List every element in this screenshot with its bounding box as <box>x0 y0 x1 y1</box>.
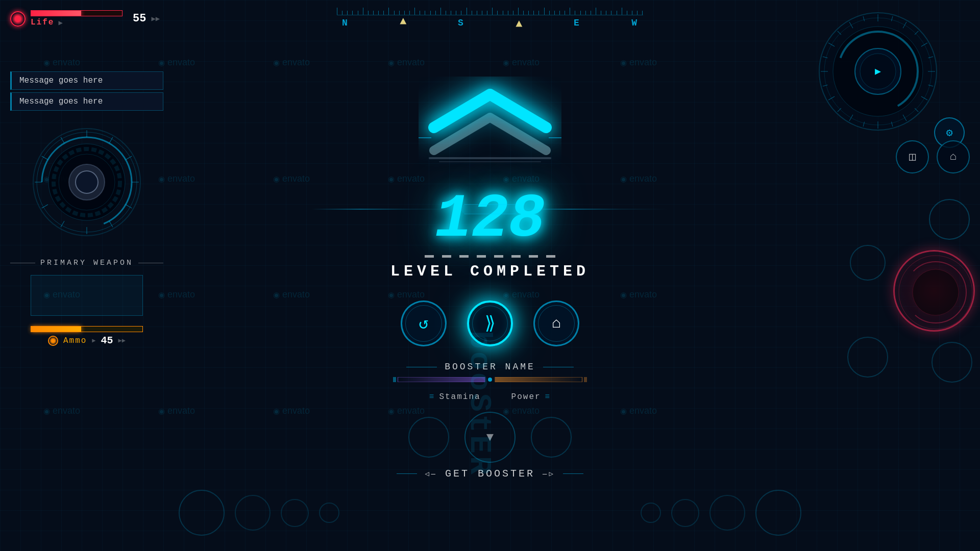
watermark: ◉ envato <box>273 406 310 416</box>
svg-point-57 <box>913 269 959 315</box>
ammo-icon <box>48 336 58 346</box>
top-right-gauge: ▶ <box>817 10 939 133</box>
center-panel: 128 LEVEL COMPLETED ↺ ⟫ ⌂ BOOSTER NAME <box>337 77 643 480</box>
booster-bar <box>393 377 587 382</box>
watermark: ◉ envato <box>503 57 540 68</box>
compass-W: W <box>631 18 638 31</box>
small-ring-1 <box>929 199 970 240</box>
score: 128 <box>435 189 545 250</box>
watermark: ◉ envato <box>43 57 80 68</box>
small-ring-4 <box>932 342 972 383</box>
next-icon: ⟫ <box>484 312 496 335</box>
right-nav-buttons: ◫ ⌂ <box>896 140 970 173</box>
booster-name-text: BOOSTER NAME <box>445 362 535 372</box>
left-panel: Message goes here Message goes here <box>10 71 163 346</box>
compass-ruler <box>337 0 643 15</box>
booster-bar-left <box>398 377 485 382</box>
compass-arrow2: ▲ <box>516 18 522 31</box>
ammo-deco: ▶ <box>92 337 95 344</box>
ammo-bar-track <box>31 326 143 332</box>
bottom-left-rings <box>179 490 339 536</box>
action-buttons: ↺ ⟫ ⌂ <box>401 300 579 346</box>
next-button[interactable]: ⟫ <box>467 300 513 346</box>
booster-arrow-down: ▼ <box>408 412 572 463</box>
home-button[interactable]: ⌂ <box>533 300 579 346</box>
get-booster-right-arrow: —▷ <box>543 469 555 478</box>
watermark: ◉ envato <box>158 289 195 300</box>
stamina-label: Stamina <box>439 392 480 402</box>
retry-button[interactable]: ↺ <box>401 300 447 346</box>
small-ring-2 <box>850 245 886 281</box>
compass-ticks <box>337 5 643 15</box>
life-bar-track <box>31 10 122 16</box>
life-value: 55 <box>133 12 146 25</box>
watermark: ◉ envato <box>620 57 657 68</box>
booster-dot <box>488 378 492 382</box>
life-arrow-deco: ▶ <box>58 18 62 27</box>
level-divider <box>337 255 643 258</box>
stats-row: ≡ Stamina Power ≡ <box>429 392 551 402</box>
messages: Message goes here Message goes here <box>10 71 163 111</box>
compass: N ▲ S ▲ E W <box>337 0 643 31</box>
gauge-svg <box>31 126 143 238</box>
ammo-label: Ammo <box>63 336 87 345</box>
compass-E: E <box>574 18 580 31</box>
chat-button[interactable]: ◫ <box>896 140 929 173</box>
small-ring-3 <box>847 337 888 378</box>
booster-name-label: BOOSTER NAME <box>406 362 574 372</box>
ammo-value: 45 <box>101 335 113 346</box>
retry-icon: ↺ <box>419 313 428 334</box>
get-booster-button[interactable]: ◁— GET BOOSTER —▷ <box>397 468 583 480</box>
power-label: Power <box>511 392 541 402</box>
svg-rect-20 <box>429 157 551 159</box>
stamina-stat: ≡ Stamina <box>429 392 481 402</box>
life-bar: Life ▶ 55 ▶▶ <box>10 10 160 27</box>
bottom-right-rings <box>641 490 801 536</box>
svg-rect-21 <box>439 161 541 162</box>
compass-arrow: ▲ <box>400 15 406 31</box>
watermark: ◉ envato <box>273 173 310 184</box>
chat-icon: ◫ <box>909 150 916 164</box>
chevron-svg <box>419 77 561 179</box>
watermark: ◉ envato <box>158 173 195 184</box>
watermark: ◉ envato <box>43 406 80 416</box>
level-completed: LEVEL COMPLETED <box>390 263 590 280</box>
life-label: Life <box>31 18 54 27</box>
life-bar-fill <box>31 11 81 16</box>
watermark: ◉ envato <box>158 57 195 68</box>
settings-icon: ⚙ <box>946 126 952 140</box>
message-1: Message goes here <box>10 71 163 90</box>
watermark: ◉ envato <box>273 57 310 68</box>
weapon-display <box>31 275 143 316</box>
life-icon <box>10 11 26 27</box>
home-icon: ⌂ <box>552 315 561 332</box>
get-booster-text: GET BOOSTER <box>445 468 535 480</box>
ammo-section: Ammo ▶ 45 ▶▶ <box>10 326 163 346</box>
booster-bar-right <box>495 377 582 382</box>
svg-point-18 <box>76 171 98 193</box>
power-stat: Power ≡ <box>511 392 551 402</box>
home-nav-icon: ⌂ <box>950 151 957 163</box>
ammo-row: Ammo ▶ 45 ▶▶ <box>10 335 163 346</box>
message-2: Message goes here <box>10 92 163 111</box>
compass-labels: N ▲ S ▲ E W <box>337 18 643 31</box>
life-chevron: ▶▶ <box>151 14 160 23</box>
h-deco <box>311 202 669 217</box>
get-booster-left-arrow: ◁— <box>425 469 437 478</box>
svg-text:▶: ▶ <box>875 66 881 78</box>
compass-S: S <box>458 18 464 31</box>
ammo-arrow: ▶▶ <box>118 337 126 344</box>
weapon-label: PRIMARY WEAPON <box>10 259 163 267</box>
primary-weapon: PRIMARY WEAPON <box>10 259 163 316</box>
chevron-container <box>419 77 561 179</box>
watermark: ◉ envato <box>273 289 310 300</box>
large-red-gauge <box>893 250 975 332</box>
circular-gauge <box>31 126 143 238</box>
ammo-bar-fill <box>31 327 81 332</box>
compass-N: N <box>342 18 349 31</box>
home-nav-button[interactable]: ⌂ <box>937 140 970 173</box>
watermark: ◉ envato <box>158 406 195 416</box>
watermark: ◉ envato <box>388 57 425 68</box>
